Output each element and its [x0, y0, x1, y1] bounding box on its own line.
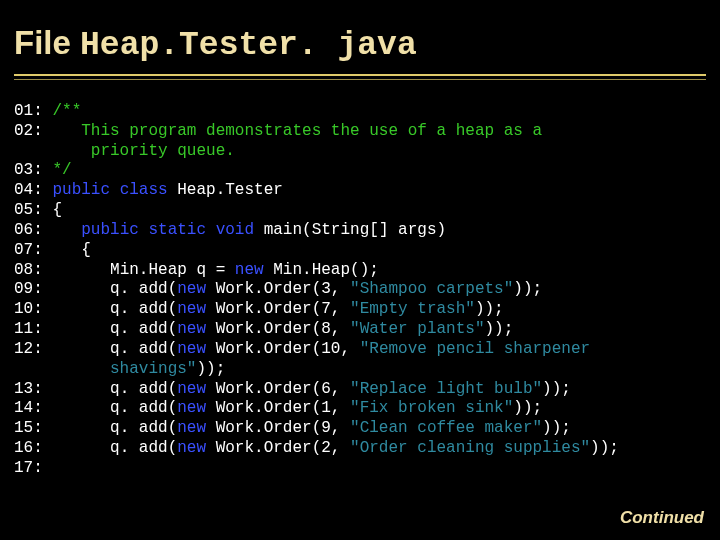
code-segment: "Remove pencil sharpener [360, 340, 590, 358]
code-segment: )); [513, 280, 542, 298]
line-number: 10: [14, 300, 43, 318]
code-segment: "Shampoo carpets" [350, 280, 513, 298]
code-segment: */ [52, 161, 71, 179]
code-segment: )); [590, 439, 619, 457]
code-segment: Work.Order(7, [216, 300, 350, 318]
code-line: 17: [14, 459, 706, 479]
rule-thick [14, 74, 706, 76]
code-line: 13: q. add(new Work.Order(6, "Replace li… [14, 380, 706, 400]
code-segment: { [43, 241, 91, 259]
code-segment: Work.Order(9, [216, 419, 350, 437]
code-segment: Heap.Tester [177, 181, 283, 199]
title-underline [14, 74, 706, 80]
line-number: 04: [14, 181, 43, 199]
line-number: 03: [14, 161, 43, 179]
code-segment: Work.Order(6, [216, 380, 350, 398]
code-line: 16: q. add(new Work.Order(2, "Order clea… [14, 439, 706, 459]
line-number: 05: [14, 201, 43, 219]
code-segment: { [43, 201, 62, 219]
code-segment: "Fix broken sink" [350, 399, 513, 417]
code-segment: )); [475, 300, 504, 318]
line-number: 15: [14, 419, 43, 437]
title-prefix: File [14, 24, 80, 61]
line-number: 13: [14, 380, 43, 398]
code-line: 02: This program demonstrates the use of… [14, 122, 706, 142]
line-number: 12: [14, 340, 43, 358]
code-segment: new [177, 320, 215, 338]
code-line: 11: q. add(new Work.Order(8, "Water plan… [14, 320, 706, 340]
code-segment: )); [513, 399, 542, 417]
code-segment [43, 102, 53, 120]
code-segment: "Clean coffee maker" [350, 419, 542, 437]
slide: File Heap.Tester. java 01: /**02: This p… [0, 0, 720, 540]
code-segment: main(String[] args) [264, 221, 446, 239]
code-segment: new [177, 399, 215, 417]
slide-header: File Heap.Tester. java [0, 0, 720, 84]
code-segment: )); [196, 360, 225, 378]
code-segment: q. add( [43, 439, 177, 457]
line-number: 08: [14, 261, 43, 279]
code-segment [43, 122, 81, 140]
code-segment: public class [52, 181, 177, 199]
code-line: 15: q. add(new Work.Order(9, "Clean coff… [14, 419, 706, 439]
code-line: 04: public class Heap.Tester [14, 181, 706, 201]
code-segment: new [177, 419, 215, 437]
code-segment [43, 161, 53, 179]
code-segment: Min.Heap(); [273, 261, 379, 279]
code-segment: new [177, 300, 215, 318]
code-segment: This program demonstrates the use of a h… [81, 122, 542, 140]
code-segment [43, 181, 53, 199]
code-segment: new [177, 439, 215, 457]
code-line: 07: { [14, 241, 706, 261]
continued-badge: Continued [614, 506, 710, 530]
code-segment: q. add( [43, 419, 177, 437]
code-segment: public static void [81, 221, 263, 239]
code-segment: new [177, 380, 215, 398]
code-segment: "Water plants" [350, 320, 484, 338]
code-line: 08: Min.Heap q = new Min.Heap(); [14, 261, 706, 281]
code-segment: q. add( [43, 340, 177, 358]
rule-thin [14, 79, 706, 80]
code-line: 14: q. add(new Work.Order(1, "Fix broken… [14, 399, 706, 419]
line-number: 14: [14, 399, 43, 417]
line-number: 11: [14, 320, 43, 338]
code-segment: new [177, 280, 215, 298]
code-line: priority queue. [14, 142, 706, 162]
code-segment: "Empty trash" [350, 300, 475, 318]
code-segment: )); [542, 380, 571, 398]
code-segment: Work.Order(8, [216, 320, 350, 338]
code-segment [43, 459, 53, 477]
code-segment: Work.Order(2, [216, 439, 350, 457]
code-segment: Work.Order(10, [216, 340, 360, 358]
code-segment: priority queue. [91, 142, 235, 160]
line-number: 07: [14, 241, 43, 259]
slide-title: File Heap.Tester. java [14, 24, 706, 64]
title-filename: Heap.Tester. java [80, 27, 417, 64]
code-segment: )); [484, 320, 513, 338]
line-number: 02: [14, 122, 43, 140]
line-number: 01: [14, 102, 43, 120]
code-segment: q. add( [43, 320, 177, 338]
code-segment [43, 221, 81, 239]
code-segment: )); [542, 419, 571, 437]
code-segment: /** [52, 102, 81, 120]
code-segment: q. add( [43, 399, 177, 417]
code-segment: shavings" [110, 360, 196, 378]
code-segment: q. add( [43, 280, 177, 298]
code-line: 01: /** [14, 102, 706, 122]
code-segment: q. add( [43, 300, 177, 318]
code-line: 06: public static void main(String[] arg… [14, 221, 706, 241]
line-number: 16: [14, 439, 43, 457]
code-segment: Work.Order(1, [216, 399, 350, 417]
code-segment: q. add( [43, 380, 177, 398]
code-segment [14, 360, 110, 378]
code-segment: "Order cleaning supplies" [350, 439, 590, 457]
code-line: 03: */ [14, 161, 706, 181]
code-segment [14, 142, 91, 160]
code-segment: Work.Order(3, [216, 280, 350, 298]
line-number: 09: [14, 280, 43, 298]
code-line: 09: q. add(new Work.Order(3, "Shampoo ca… [14, 280, 706, 300]
code-block: 01: /**02: This program demonstrates the… [0, 84, 720, 479]
code-line: 12: q. add(new Work.Order(10, "Remove pe… [14, 340, 706, 360]
code-line: 05: { [14, 201, 706, 221]
